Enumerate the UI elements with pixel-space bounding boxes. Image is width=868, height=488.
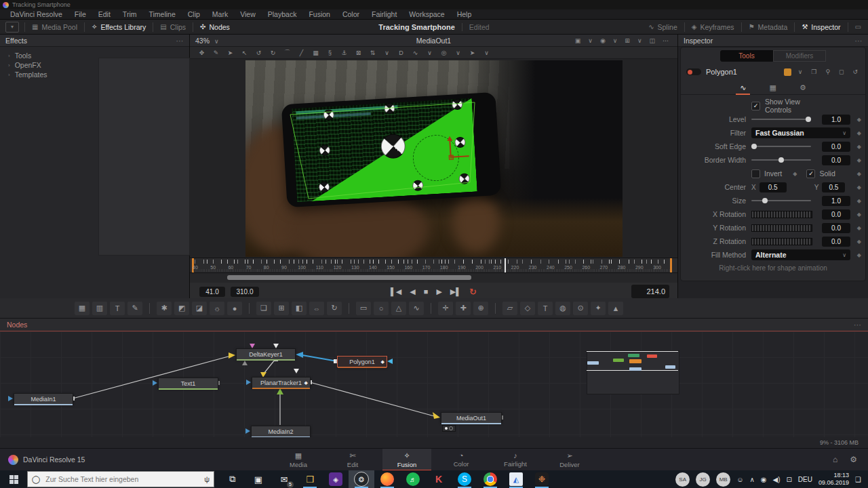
language-indicator[interactable]: DEU <box>798 476 812 483</box>
fill-method-dropdown[interactable]: Alternate ∨ <box>751 249 850 260</box>
media-pool-button[interactable]: ▦Media Pool <box>25 20 84 34</box>
menu-item[interactable]: Mark <box>206 10 234 18</box>
account-badge[interactable]: JG <box>696 472 710 487</box>
node-mediaout1[interactable]: MediaOut1 <box>441 412 502 423</box>
page-edit[interactable]: ✄ Edit <box>328 449 377 471</box>
box-select-tool[interactable]: ⊠ <box>352 49 365 56</box>
node-text1[interactable]: Text1 <box>158 378 218 388</box>
obs-studio-icon[interactable]: ❂ <box>349 470 374 488</box>
fast-noise-tool[interactable]: ▥ <box>92 302 107 315</box>
planar-tracker-tool[interactable]: ✚ <box>456 302 471 315</box>
brush-tool[interactable]: ✎ <box>210 49 222 56</box>
settings-tab-icon[interactable]: ⚙ <box>797 83 809 92</box>
target-tool[interactable]: ◎ <box>437 49 450 56</box>
menu-item[interactable]: Workspace <box>403 10 450 18</box>
swap-tool[interactable]: ⇅ <box>366 49 379 56</box>
camera-tracker-tool[interactable]: ⊕ <box>473 302 488 315</box>
image-plane-3d-tool[interactable]: ▱ <box>502 302 517 315</box>
playhead[interactable] <box>505 258 506 272</box>
view-layout-icon[interactable]: ▣ <box>572 37 585 44</box>
page-fusion[interactable]: ✧ Fusion <box>382 449 431 471</box>
viewer-zoom-select[interactable]: 43% ∨ <box>195 37 222 45</box>
task-view-icon[interactable]: ⧉ <box>220 470 245 488</box>
chevron-down-icon[interactable]: ∨ <box>610 37 621 44</box>
level-value[interactable]: 1.0 <box>822 115 850 125</box>
chevron-down-icon[interactable]: ∨ <box>796 68 805 75</box>
text-3d-tool[interactable]: T <box>538 302 553 315</box>
invert-checkbox[interactable]: ✓ <box>751 169 760 178</box>
collapse-ui-button[interactable]: ▾ <box>5 22 19 33</box>
pick-tool[interactable]: ➤ <box>466 49 479 56</box>
view-light-icon[interactable]: ◉ <box>597 37 609 44</box>
curve-tool[interactable]: ⌒ <box>281 48 294 57</box>
tab-modifiers[interactable]: Modifiers <box>773 50 826 62</box>
x-rotation-wheel[interactable] <box>751 211 812 218</box>
size-slider[interactable] <box>751 200 811 201</box>
color-curves-tool[interactable]: ◩ <box>174 302 189 315</box>
reset-icon[interactable]: ↺ <box>850 68 860 75</box>
scrollbar-thumb[interactable] <box>227 275 471 280</box>
network-icon[interactable]: ⊡ <box>786 476 791 483</box>
tracker-tool[interactable]: ✛ <box>438 302 453 315</box>
keyframe-diamond-icon[interactable]: ◆ <box>857 252 861 258</box>
viewer-overflow-icon[interactable]: ⋯ <box>660 37 672 44</box>
filter-dropdown[interactable]: Fast Gaussian ∨ <box>751 127 850 138</box>
node-polygon1[interactable]: Polygon1◆ <box>337 356 387 367</box>
pointer-add-tool[interactable]: ✥ <box>195 49 208 56</box>
keyframe-diamond-icon[interactable]: ◆ <box>857 198 861 204</box>
action-center-icon[interactable]: ❑ <box>855 476 861 483</box>
last-frame-button[interactable]: ▶▌ <box>450 287 461 296</box>
chevron[interactable]: ∨ <box>380 49 393 56</box>
skype-icon[interactable]: S <box>452 470 477 488</box>
nodes-button[interactable]: ✣Nodes <box>193 20 237 34</box>
y-rotation-value[interactable]: 0.0 <box>822 223 850 233</box>
volume-icon[interactable]: ◀) <box>772 476 780 483</box>
menu-item[interactable]: Edit <box>92 10 117 18</box>
purple-app-icon[interactable]: ◈ <box>323 470 349 488</box>
fusion-tool[interactable] <box>149 303 150 314</box>
keyframe-diamond-icon[interactable]: ◆ <box>857 171 861 177</box>
spotify-icon[interactable]: ♬ <box>400 470 426 488</box>
level-slider[interactable] <box>751 119 811 120</box>
fusion-tool[interactable] <box>249 303 250 314</box>
node-mediain2[interactable]: MediaIn2 <box>251 426 311 436</box>
fusion-tool[interactable] <box>495 303 496 314</box>
page-deliver[interactable]: ➢ Deliver <box>545 449 594 471</box>
pin-icon[interactable]: ⚲ <box>823 68 832 75</box>
select-tool[interactable]: ↖ <box>238 49 251 56</box>
show-view-controls-checkbox[interactable]: ✓ <box>751 102 760 110</box>
border-width-slider[interactable] <box>751 159 811 161</box>
menu-item[interactable]: Trim <box>117 10 143 18</box>
keyframe-diamond-icon[interactable]: ◆ <box>857 144 861 150</box>
camera-3d-tool[interactable]: ⊙ <box>573 302 588 315</box>
account-badge[interactable]: SA <box>675 472 690 487</box>
davinci-resolve-icon[interactable]: ❉ <box>529 470 555 488</box>
pointer-tool[interactable]: ➤ <box>224 49 237 56</box>
first-frame-button[interactable]: ▌◀ <box>391 287 401 296</box>
menu-item[interactable]: View <box>234 10 262 18</box>
page-media[interactable]: ▦ Media <box>274 449 323 471</box>
spot-light-tool[interactable]: ✦ <box>591 302 606 315</box>
clean-feed-button[interactable]: ▭ <box>848 20 868 34</box>
transform-tool[interactable]: ↻ <box>327 302 342 315</box>
node-deltakeyer1[interactable]: DeltaKeyer1 <box>236 348 296 359</box>
inspector-overflow-icon[interactable]: ⋯ <box>855 37 863 45</box>
chevron[interactable]: ∨ <box>423 49 436 56</box>
chevron-up-icon[interactable]: ∧ <box>749 476 754 483</box>
renderer-3d-tool[interactable]: ▲ <box>608 302 623 315</box>
spline-button[interactable]: ∿Spline <box>642 20 684 34</box>
keyframe-diamond-icon[interactable]: ◆ <box>857 239 861 245</box>
solid-checkbox[interactable]: ✓ <box>806 169 815 178</box>
y-rotation-wheel[interactable] <box>751 224 812 232</box>
play-button[interactable]: ▶ <box>436 287 441 296</box>
menu-item[interactable]: Color <box>336 10 366 18</box>
split-view-icon[interactable]: ◫ <box>646 37 658 44</box>
menu-item[interactable]: Playback <box>262 10 303 18</box>
controls-tab-icon[interactable]: ∿ <box>737 83 749 92</box>
keyframe-diamond-icon[interactable]: ◆ <box>857 225 861 231</box>
taskbar-clock[interactable]: 18:13 09.06.2019 <box>818 472 849 487</box>
chevron[interactable]: ∨ <box>452 49 465 56</box>
paint-tool[interactable]: ✎ <box>127 302 142 315</box>
center-x-field[interactable]: 0.5 <box>760 182 787 192</box>
polygon-mask-tool[interactable]: △ <box>391 302 406 315</box>
